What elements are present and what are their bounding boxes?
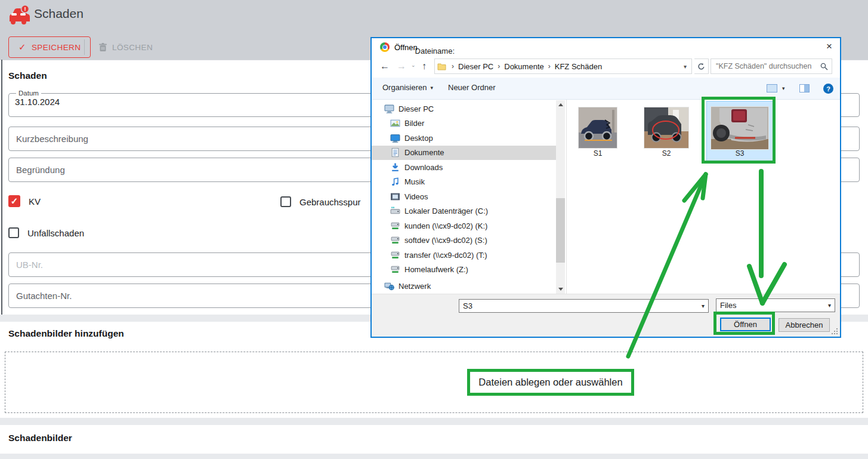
gebrauchsspur-label: Gebrauchsspur <box>299 197 361 207</box>
svg-text:!: ! <box>24 5 26 12</box>
preview-pane-button[interactable] <box>799 84 810 93</box>
new-folder-label: Neuer Ordner <box>448 83 495 92</box>
sidebar-item-documents[interactable]: Dokumente <box>372 146 556 161</box>
unfallschaden-label: Unfallschaden <box>27 228 84 238</box>
cancel-button[interactable]: Abbrechen <box>779 318 830 332</box>
sidebar-item-label: Netzwerk <box>399 282 431 291</box>
breadcrumb-documents[interactable]: Dokumente <box>504 62 543 71</box>
sidebar-item-drive-z[interactable]: Homelaufwerk (Z:) <box>372 263 556 278</box>
network-drive-icon <box>390 235 400 245</box>
save-button[interactable]: ✓ SPEICHERN <box>8 36 91 58</box>
sidebar-item-label: Homelaufwerk (Z:) <box>404 265 468 274</box>
up-button[interactable]: ↑ <box>422 61 427 72</box>
sidebar-item-label: Desktop <box>404 134 433 143</box>
sidebar-item-local-disk-c[interactable]: Lokaler Datenträger (C:) <box>372 204 556 219</box>
music-icon <box>390 177 400 187</box>
kv-checkbox[interactable]: ✓ <box>8 195 20 207</box>
network-drive-icon <box>390 221 400 231</box>
computer-icon <box>384 104 394 114</box>
delete-button-label: LÖSCHEN <box>112 43 153 52</box>
sidebar-item-music[interactable]: Musik <box>372 175 556 190</box>
sidebar-item-downloads[interactable]: Downloads <box>372 160 556 175</box>
breadcrumb-separator: › <box>548 62 551 70</box>
preview-pane-icon <box>799 84 810 93</box>
help-button[interactable]: ? <box>823 84 833 94</box>
scroll-down-icon[interactable] <box>558 288 563 291</box>
sidebar-item-label: transfer (\\cx9-dc02) (T:) <box>404 251 487 260</box>
history-chevron-icon[interactable]: ⌄ <box>411 62 416 68</box>
dropzone-label-box[interactable]: Dateien ablegen oder auswählen <box>467 369 634 396</box>
sidebar-item-desktop[interactable]: Desktop <box>372 131 556 146</box>
open-button[interactable]: Öffnen <box>720 318 771 331</box>
filetype-select[interactable]: Files ▾ <box>716 298 835 312</box>
sidebar-item-this-pc[interactable]: Dieser PC <box>372 101 556 116</box>
view-mode-button[interactable] <box>767 84 777 93</box>
sidebar-item-network[interactable]: Netzwerk <box>372 279 556 294</box>
page-title: Schaden <box>34 7 84 21</box>
sidebar-item-drive-k[interactable]: kunden (\\cx9-dc02) (K:) <box>372 218 556 233</box>
sidebar-item-label: Musik <box>404 177 425 186</box>
back-button[interactable]: ← <box>380 61 390 72</box>
refresh-button[interactable] <box>694 58 709 74</box>
sidebar-item-pictures[interactable]: Bilder <box>372 116 556 131</box>
file-name-s2: S2 <box>644 149 688 158</box>
file-dropzone[interactable] <box>5 352 863 413</box>
content-left-border <box>1 60 2 315</box>
file-thumbnail-s3[interactable] <box>711 107 768 149</box>
screen: ! Schaden ✓ SPEICHERN LÖSCHEN Schaden Da… <box>0 0 868 459</box>
form-section-title: Schaden <box>8 70 47 81</box>
search-icon <box>820 63 828 70</box>
upload-section-title: Schadenbilder hinzufügen <box>8 328 124 339</box>
close-icon[interactable]: × <box>820 39 838 54</box>
dialog-titlebar: Öffnen <box>380 42 418 52</box>
dropzone-label: Dateien ablegen oder auswählen <box>478 377 622 388</box>
sidebar-item-drive-s[interactable]: softdev (\\cx9-dc02) (S:) <box>372 233 556 248</box>
pictures-icon <box>390 118 400 128</box>
check-icon: ✓ <box>11 196 18 207</box>
filetype-value: Files <box>720 301 736 310</box>
unfallschaden-checkbox[interactable] <box>8 227 19 238</box>
desktop-icon <box>390 133 400 143</box>
delete-button[interactable]: LÖSCHEN <box>92 36 160 58</box>
check-icon: ✓ <box>18 42 26 53</box>
network-icon <box>384 281 394 291</box>
scroll-up-icon[interactable] <box>558 103 563 106</box>
view-mode-chevron[interactable]: ▾ <box>782 85 785 91</box>
local-drive-icon <box>390 206 400 216</box>
sidebar-item-drive-t[interactable]: transfer (\\cx9-dc02) (T:) <box>372 248 556 263</box>
refresh-icon <box>697 63 705 70</box>
kv-checkbox-row: ✓ KV <box>8 195 41 207</box>
forward-button[interactable]: → <box>397 61 406 72</box>
videos-icon <box>390 192 400 202</box>
network-drive-icon <box>390 264 400 275</box>
filename-combobox[interactable]: S3 ▾ <box>459 299 709 313</box>
breadcrumb-this-pc[interactable]: Dieser PC <box>458 62 493 71</box>
open-file-dialog: Öffnen × ← → ⌄ ↑ › Dieser PC › Dokumente… <box>370 37 841 338</box>
new-folder-button[interactable]: Neuer Ordner <box>448 83 495 92</box>
filename-value: S3 <box>463 301 472 310</box>
gebrauchsspur-checkbox-row: Gebrauchsspur <box>280 196 361 207</box>
pane-divider <box>566 100 567 294</box>
organize-menu[interactable]: Organisieren ▾ <box>382 83 433 92</box>
sidebar-scrollbar[interactable] <box>556 100 565 294</box>
sidebar-item-label: Dokumente <box>404 148 444 157</box>
network-drive-icon <box>390 250 400 260</box>
file-thumbnail-s2[interactable] <box>644 107 688 148</box>
trash-icon <box>99 43 107 52</box>
breadcrumb-kfz-schaeden[interactable]: KFZ Schäden <box>555 62 603 71</box>
scrollbar-thumb[interactable] <box>556 198 565 263</box>
search-input[interactable] <box>715 61 820 71</box>
folder-icon <box>437 63 446 70</box>
chevron-down-icon: ▾ <box>430 85 433 91</box>
file-thumbnail-s1[interactable] <box>579 107 617 148</box>
gebrauchsspur-checkbox[interactable] <box>280 196 291 207</box>
resize-grip[interactable] <box>833 329 838 334</box>
sidebar-item-label: Dieser PC <box>399 104 434 113</box>
sidebar-item-videos[interactable]: Videos <box>372 189 556 204</box>
images-section-title: Schadenbilder <box>8 433 72 443</box>
breadcrumb-separator: › <box>452 62 454 70</box>
breadcrumb-chevron-icon[interactable]: ▾ <box>681 63 689 70</box>
help-icon: ? <box>823 84 833 94</box>
sidebar-item-label: Bilder <box>404 119 424 128</box>
breadcrumb: › Dieser PC › Dokumente › KFZ Schäden ▾ <box>434 58 692 74</box>
